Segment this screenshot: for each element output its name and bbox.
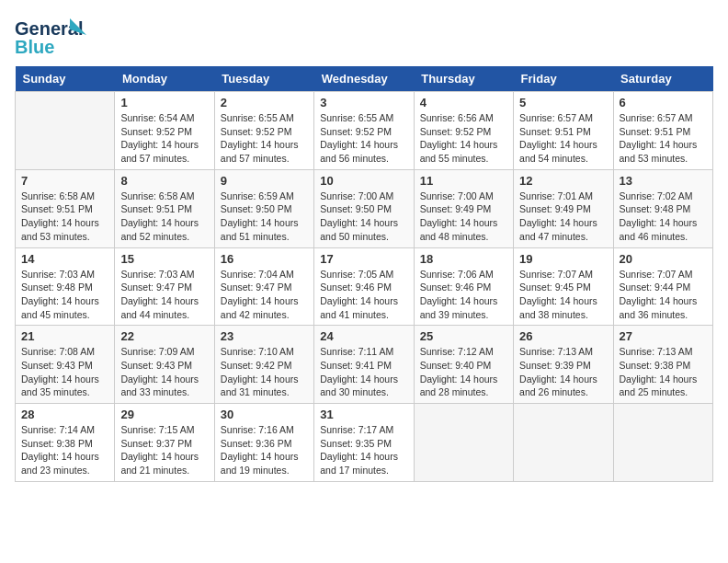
day-info: Sunrise: 7:04 AM Sunset: 9:47 PM Dayligh… [221,268,308,322]
calendar-cell [514,404,613,482]
day-number: 26 [519,329,607,343]
svg-text:Blue: Blue [15,37,54,57]
week-row-5: 28Sunrise: 7:14 AM Sunset: 9:38 PM Dayli… [16,404,713,482]
day-info: Sunrise: 7:03 AM Sunset: 9:48 PM Dayligh… [21,268,108,322]
calendar-cell: 15Sunrise: 7:03 AM Sunset: 9:47 PM Dayli… [115,247,214,326]
day-info: Sunrise: 7:17 AM Sunset: 9:35 PM Dayligh… [320,423,407,477]
day-number: 10 [320,174,407,188]
day-number: 1 [120,96,208,109]
day-info: Sunrise: 7:10 AM Sunset: 9:42 PM Dayligh… [221,345,308,399]
calendar-cell: 7Sunrise: 6:58 AM Sunset: 9:51 PM Daylig… [16,169,115,247]
day-number: 21 [21,329,108,343]
day-info: Sunrise: 7:16 AM Sunset: 9:36 PM Dayligh… [221,423,308,477]
weekday-header-friday: Friday [514,66,613,92]
calendar-cell [16,92,115,170]
day-number: 15 [120,252,208,266]
weekday-header-wednesday: Wednesday [314,66,414,92]
calendar-cell: 4Sunrise: 6:56 AM Sunset: 9:52 PM Daylig… [414,92,513,170]
day-info: Sunrise: 6:54 AM Sunset: 9:52 PM Dayligh… [120,111,208,166]
calendar-cell: 17Sunrise: 7:05 AM Sunset: 9:46 PM Dayli… [314,247,414,326]
day-info: Sunrise: 7:15 AM Sunset: 9:37 PM Dayligh… [120,423,208,477]
day-number: 4 [420,96,507,109]
day-number: 14 [21,252,108,266]
day-number: 20 [620,252,707,266]
calendar-cell: 21Sunrise: 7:08 AM Sunset: 9:43 PM Dayli… [16,326,115,404]
day-info: Sunrise: 6:56 AM Sunset: 9:52 PM Dayligh… [420,111,507,166]
day-number: 25 [420,329,507,343]
calendar-cell: 19Sunrise: 7:07 AM Sunset: 9:45 PM Dayli… [514,247,613,326]
week-row-1: 1Sunrise: 6:54 AM Sunset: 9:52 PM Daylig… [16,92,713,170]
logo-svg: GeneralBlue [15,15,88,59]
calendar-cell: 13Sunrise: 7:02 AM Sunset: 9:48 PM Dayli… [613,169,712,247]
calendar-cell: 3Sunrise: 6:55 AM Sunset: 9:52 PM Daylig… [314,92,414,170]
weekday-header-thursday: Thursday [414,66,513,92]
week-row-3: 14Sunrise: 7:03 AM Sunset: 9:48 PM Dayli… [16,247,713,326]
week-row-4: 21Sunrise: 7:08 AM Sunset: 9:43 PM Dayli… [16,326,713,404]
day-info: Sunrise: 7:08 AM Sunset: 9:43 PM Dayligh… [21,345,108,399]
calendar-table: SundayMondayTuesdayWednesdayThursdayFrid… [15,66,713,482]
calendar-cell: 6Sunrise: 6:57 AM Sunset: 9:51 PM Daylig… [613,92,712,170]
weekday-header-row: SundayMondayTuesdayWednesdayThursdayFrid… [16,66,713,92]
calendar-cell: 10Sunrise: 7:00 AM Sunset: 9:50 PM Dayli… [314,169,414,247]
day-info: Sunrise: 6:58 AM Sunset: 9:51 PM Dayligh… [21,190,108,244]
calendar-cell: 8Sunrise: 6:58 AM Sunset: 9:51 PM Daylig… [115,169,214,247]
calendar-cell: 16Sunrise: 7:04 AM Sunset: 9:47 PM Dayli… [214,247,313,326]
calendar-cell: 27Sunrise: 7:13 AM Sunset: 9:38 PM Dayli… [613,326,712,404]
day-info: Sunrise: 6:57 AM Sunset: 9:51 PM Dayligh… [620,111,707,166]
day-number: 24 [320,329,407,343]
day-number: 8 [120,174,208,188]
logo: GeneralBlue [15,15,88,59]
day-number: 9 [221,174,308,188]
day-number: 18 [420,252,507,266]
week-row-2: 7Sunrise: 6:58 AM Sunset: 9:51 PM Daylig… [16,169,713,247]
weekday-header-monday: Monday [115,66,214,92]
calendar-cell: 5Sunrise: 6:57 AM Sunset: 9:51 PM Daylig… [514,92,613,170]
calendar-cell: 1Sunrise: 6:54 AM Sunset: 9:52 PM Daylig… [115,92,214,170]
day-info: Sunrise: 7:05 AM Sunset: 9:46 PM Dayligh… [320,268,407,322]
day-number: 16 [221,252,308,266]
day-number: 27 [620,329,707,343]
day-number: 29 [120,408,208,421]
day-info: Sunrise: 7:11 AM Sunset: 9:41 PM Dayligh… [320,345,407,399]
day-info: Sunrise: 7:13 AM Sunset: 9:39 PM Dayligh… [519,345,607,399]
day-number: 5 [519,96,607,109]
calendar-cell: 12Sunrise: 7:01 AM Sunset: 9:49 PM Dayli… [514,169,613,247]
day-number: 17 [320,252,407,266]
day-info: Sunrise: 7:06 AM Sunset: 9:46 PM Dayligh… [420,268,507,322]
calendar-cell: 28Sunrise: 7:14 AM Sunset: 9:38 PM Dayli… [16,404,115,482]
day-number: 19 [519,252,607,266]
calendar-cell: 18Sunrise: 7:06 AM Sunset: 9:46 PM Dayli… [414,247,513,326]
day-number: 30 [221,408,308,421]
day-info: Sunrise: 7:12 AM Sunset: 9:40 PM Dayligh… [420,345,507,399]
weekday-header-tuesday: Tuesday [214,66,313,92]
day-number: 12 [519,174,607,188]
calendar-cell: 26Sunrise: 7:13 AM Sunset: 9:39 PM Dayli… [514,326,613,404]
calendar-cell [414,404,513,482]
calendar-cell: 9Sunrise: 6:59 AM Sunset: 9:50 PM Daylig… [214,169,313,247]
day-info: Sunrise: 6:59 AM Sunset: 9:50 PM Dayligh… [221,190,308,244]
weekday-header-sunday: Sunday [16,66,115,92]
calendar-cell: 11Sunrise: 7:00 AM Sunset: 9:49 PM Dayli… [414,169,513,247]
calendar-cell: 2Sunrise: 6:55 AM Sunset: 9:52 PM Daylig… [214,92,313,170]
day-info: Sunrise: 7:03 AM Sunset: 9:47 PM Dayligh… [120,268,208,322]
calendar-cell: 25Sunrise: 7:12 AM Sunset: 9:40 PM Dayli… [414,326,513,404]
day-number: 23 [221,329,308,343]
day-info: Sunrise: 7:00 AM Sunset: 9:49 PM Dayligh… [420,190,507,244]
calendar-cell: 29Sunrise: 7:15 AM Sunset: 9:37 PM Dayli… [115,404,214,482]
day-number: 2 [221,96,308,109]
calendar-cell: 14Sunrise: 7:03 AM Sunset: 9:48 PM Dayli… [16,247,115,326]
day-info: Sunrise: 6:57 AM Sunset: 9:51 PM Dayligh… [519,111,607,166]
day-number: 22 [120,329,208,343]
day-number: 7 [21,174,108,188]
day-info: Sunrise: 7:07 AM Sunset: 9:45 PM Dayligh… [519,268,607,322]
day-number: 6 [620,96,707,109]
calendar-cell: 22Sunrise: 7:09 AM Sunset: 9:43 PM Dayli… [115,326,214,404]
day-info: Sunrise: 6:55 AM Sunset: 9:52 PM Dayligh… [221,111,308,166]
calendar-cell: 23Sunrise: 7:10 AM Sunset: 9:42 PM Dayli… [214,326,313,404]
page-header: GeneralBlue [15,15,713,59]
day-number: 28 [21,408,108,421]
day-info: Sunrise: 7:09 AM Sunset: 9:43 PM Dayligh… [120,345,208,399]
day-number: 11 [420,174,507,188]
calendar-cell: 31Sunrise: 7:17 AM Sunset: 9:35 PM Dayli… [314,404,414,482]
calendar-cell: 30Sunrise: 7:16 AM Sunset: 9:36 PM Dayli… [214,404,313,482]
